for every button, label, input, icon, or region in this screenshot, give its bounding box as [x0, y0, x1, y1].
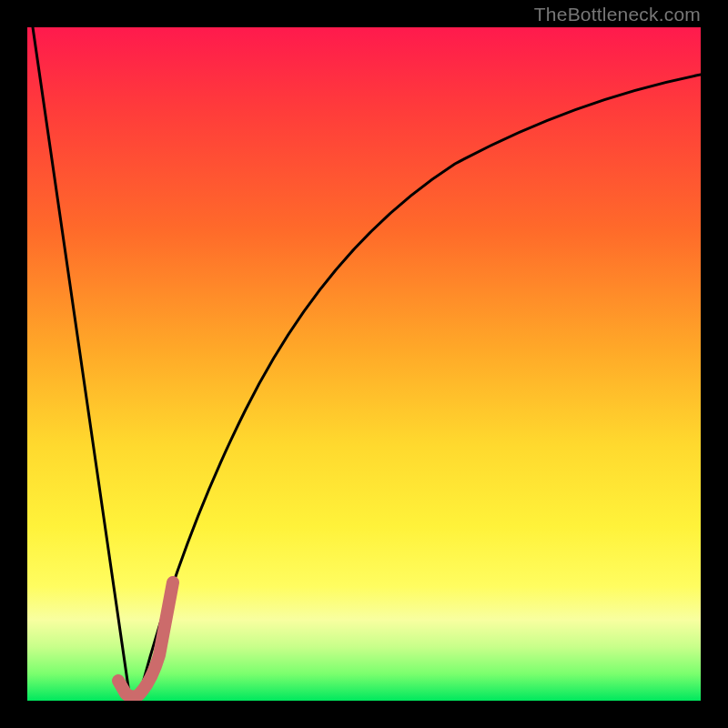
bottleneck-curve — [33, 27, 701, 696]
plot-area — [27, 27, 701, 701]
chart-frame: TheBottleneck.com — [0, 0, 728, 728]
curve-overlay — [27, 27, 701, 701]
watermark-text: TheBottleneck.com — [534, 4, 701, 25]
